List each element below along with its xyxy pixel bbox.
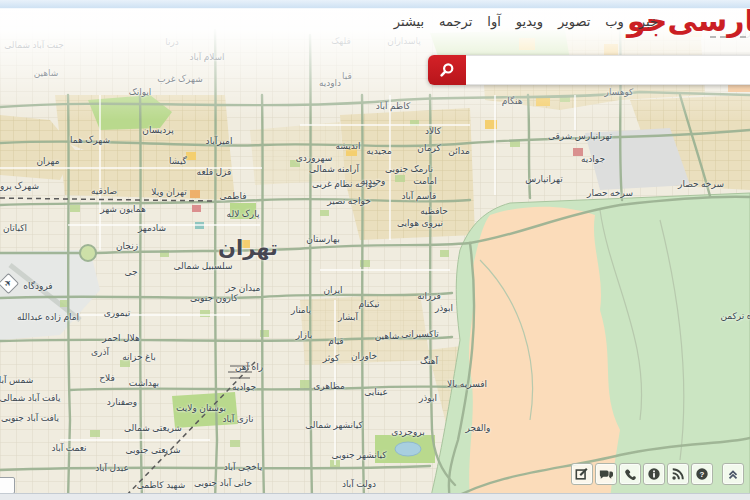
search-icon xyxy=(439,62,455,78)
phone-icon xyxy=(623,467,637,481)
help-icon: ? xyxy=(695,467,709,481)
parsijoo-homepage: تهرانجنت آباد شمالیدرنااسلام آبادقلهکپاس… xyxy=(0,0,750,500)
nav-item-audio[interactable]: آوا xyxy=(487,14,501,29)
bottom-toolbar: ? xyxy=(569,463,744,485)
rss-button[interactable] xyxy=(667,463,689,485)
search-button[interactable] xyxy=(428,55,466,85)
collapse-toolbar-button[interactable] xyxy=(722,463,744,485)
chat-button[interactable] xyxy=(595,463,617,485)
search-input[interactable] xyxy=(466,55,750,85)
map-corner-control xyxy=(0,477,15,494)
chat-icon xyxy=(599,467,613,481)
nav-item-news[interactable]: خبر xyxy=(639,14,658,29)
top-navigation: خبر وب تصویر ویدیو آوا ترجمه بیشتر xyxy=(394,14,658,29)
svg-text:?: ? xyxy=(700,470,705,479)
help-button[interactable]: ? xyxy=(691,463,713,485)
chevron-up-icon xyxy=(726,467,740,481)
browser-top-strip xyxy=(0,0,750,9)
nav-item-more[interactable]: بیشتر xyxy=(394,14,424,29)
nav-item-image[interactable]: تصویر xyxy=(558,14,590,29)
rss-icon xyxy=(671,467,685,481)
info-icon xyxy=(647,467,661,481)
nav-item-video[interactable]: ویدیو xyxy=(516,14,543,29)
compose-icon xyxy=(575,467,589,481)
info-button[interactable] xyxy=(643,463,665,485)
bottom-edge-strip xyxy=(0,493,750,500)
nav-item-web[interactable]: وب xyxy=(605,14,624,29)
nav-item-translate[interactable]: ترجمه xyxy=(439,14,472,29)
phone-button[interactable] xyxy=(619,463,641,485)
compose-button[interactable] xyxy=(571,463,593,485)
search-bar xyxy=(428,55,750,85)
